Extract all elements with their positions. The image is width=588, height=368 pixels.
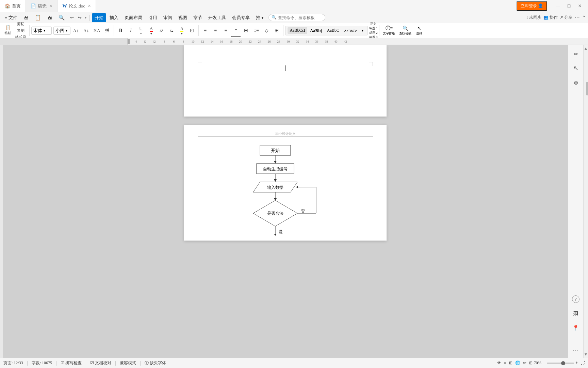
maximize-button[interactable]: □: [564, 1, 574, 11]
align-center-button[interactable]: ≡: [211, 24, 220, 37]
zoom-out-button[interactable]: ─: [543, 361, 546, 366]
zoom-in-button[interactable]: +: [575, 361, 578, 366]
menu-find[interactable]: 🔍: [56, 13, 68, 22]
view-mode-icon[interactable]: 👁: [497, 361, 501, 366]
tab-doc-close[interactable]: ✕: [88, 4, 91, 8]
more-menu-button[interactable]: ⋯: [574, 14, 580, 21]
tab-gaoke-close[interactable]: ✕: [49, 4, 52, 8]
help-button[interactable]: ?: [570, 293, 582, 305]
web-icon[interactable]: 🌐: [515, 361, 520, 366]
layout-icon-2[interactable]: ⊞: [509, 361, 512, 366]
edit-button[interactable]: ✏: [570, 48, 582, 60]
right-panel-more[interactable]: ⋯: [571, 345, 580, 355]
scroll-up-button[interactable]: ▲: [584, 45, 588, 52]
font-size-selector[interactable]: 小四 ▾: [53, 27, 70, 35]
vertical-scrollbar[interactable]: ▲ ▼: [583, 45, 588, 358]
bold-button[interactable]: B: [116, 24, 125, 37]
undo-button[interactable]: ↩: [68, 14, 76, 21]
font-grow-button[interactable]: A↑: [71, 27, 81, 34]
zoom-level-text[interactable]: 70%: [534, 361, 541, 366]
style-more-button[interactable]: ▾: [360, 28, 365, 33]
scroll-down-button[interactable]: ▼: [584, 351, 588, 358]
login-button[interactable]: 立即登录 👤: [517, 1, 547, 11]
font-family-selector[interactable]: 宋体 ▾: [31, 27, 52, 35]
minimize-button[interactable]: ─: [553, 1, 563, 11]
text-layout-icon: Ⓣ≡: [386, 25, 393, 31]
style-normal[interactable]: AaBbCcI: [288, 27, 307, 34]
missing-font-item[interactable]: Ⓣ 缺失字体: [145, 360, 166, 366]
text-layout-button[interactable]: Ⓣ≡ 文字排版: [381, 24, 397, 37]
cursor-button[interactable]: ↖: [570, 62, 582, 74]
border-button[interactable]: ⊡: [187, 24, 197, 37]
layout-icon-1[interactable]: ≡: [504, 361, 506, 366]
document-area[interactable]: 毕业设计论文 开始 自动生成编号: [3, 45, 568, 358]
underline-button[interactable]: U ▾: [136, 24, 146, 37]
menu-vip[interactable]: 会员专享: [229, 13, 252, 22]
menu-save[interactable]: 🖨: [21, 13, 31, 22]
zoom-resize-icon[interactable]: ⊞: [529, 361, 533, 366]
tab-home[interactable]: 🏠 首页: [0, 0, 26, 12]
style-h3[interactable]: AaBbCc: [342, 28, 359, 33]
undo-more-button[interactable]: ▾: [84, 15, 87, 20]
collapse-button[interactable]: ⌃: [582, 15, 586, 20]
highlight-button[interactable]: A ▾: [177, 24, 186, 37]
filter-button[interactable]: ⊜: [570, 76, 582, 89]
compat-mode-item[interactable]: 兼容模式: [120, 360, 136, 366]
subscript-button[interactable]: x₂: [167, 24, 176, 37]
find-replace-button[interactable]: 🔍 查找替换: [397, 24, 413, 37]
location-button[interactable]: 📍: [570, 322, 582, 334]
cut-button[interactable]: 剪切: [14, 21, 28, 27]
ruler-left-handle[interactable]: [128, 39, 130, 44]
menu-ref[interactable]: 引用: [146, 13, 160, 22]
new-tab-button[interactable]: +: [96, 3, 106, 9]
clear-format-button[interactable]: ✕A: [92, 27, 102, 34]
collab-button[interactable]: 👥 协作: [543, 15, 558, 20]
tab-gaoke[interactable]: 📄 稿壳 ✕: [26, 0, 58, 12]
superscript-button[interactable]: x²: [157, 24, 166, 37]
menu-review[interactable]: 审阅: [161, 13, 175, 22]
align-right-button[interactable]: ≡: [221, 24, 230, 37]
menu-home[interactable]: 开始: [92, 13, 106, 22]
menu-insert[interactable]: 插入: [107, 13, 121, 22]
image-search-button[interactable]: 🖼: [570, 307, 582, 320]
zoom-slider[interactable]: [547, 363, 574, 364]
select-button[interactable]: ↖ 选择: [414, 24, 425, 37]
align-justify-button[interactable]: ≡: [231, 24, 241, 37]
spell-check-item[interactable]: ☑ 拼写检查: [61, 360, 82, 366]
menu-search-input[interactable]: [278, 15, 322, 20]
zoom-thumb[interactable]: [561, 361, 565, 365]
pencil-icon[interactable]: ✏: [523, 361, 526, 366]
redo-button[interactable]: ↪: [76, 14, 83, 21]
fullscreen-button[interactable]: ⛶: [581, 361, 585, 366]
align-left-button[interactable]: ≡: [200, 24, 210, 37]
menu-export[interactable]: 🖨: [45, 13, 55, 22]
italic-button[interactable]: I: [126, 24, 135, 37]
style-h1[interactable]: AaBb(: [308, 27, 324, 34]
share-button[interactable]: ↗ 分享: [560, 15, 572, 20]
page-info-item[interactable]: 页面: 12/33: [3, 360, 23, 366]
ruler-mark-21: 40: [331, 40, 341, 43]
table-insert-button[interactable]: ⊞: [272, 24, 281, 37]
menu-layout[interactable]: 页面布局: [122, 13, 145, 22]
tab-doc[interactable]: W 论文.doc ✕: [58, 0, 96, 12]
menu-devtools[interactable]: 开发工具: [206, 13, 229, 22]
pinyin-button[interactable]: 拼: [102, 27, 112, 34]
close-button[interactable]: ✕: [575, 1, 585, 11]
fontcolor-button[interactable]: A ▾: [146, 24, 156, 37]
shape-button[interactable]: ◇: [262, 24, 271, 37]
copy-button[interactable]: 复制: [14, 28, 28, 34]
menu-chapter[interactable]: 章节: [191, 13, 205, 22]
scroll-thumb[interactable]: [586, 82, 588, 95]
style-h2[interactable]: AaBbC: [325, 27, 341, 34]
doc-check-item[interactable]: ☑ 文档校对: [90, 360, 111, 366]
sync-button[interactable]: ↕ 未同步: [526, 15, 541, 20]
paste-button[interactable]: 📋 粘贴: [3, 24, 13, 37]
menu-view[interactable]: 视图: [176, 13, 190, 22]
clear-format-icon: ✕A: [93, 28, 100, 33]
col-layout-button[interactable]: ⊞: [241, 24, 251, 37]
font-shrink-button[interactable]: A↓: [81, 27, 91, 34]
menu-more[interactable]: 推 ▾: [253, 13, 266, 22]
menu-print[interactable]: 📋: [32, 13, 44, 22]
line-spacing-button[interactable]: ↕≡: [251, 24, 261, 37]
word-count-item[interactable]: 字数: 10675: [32, 360, 52, 366]
